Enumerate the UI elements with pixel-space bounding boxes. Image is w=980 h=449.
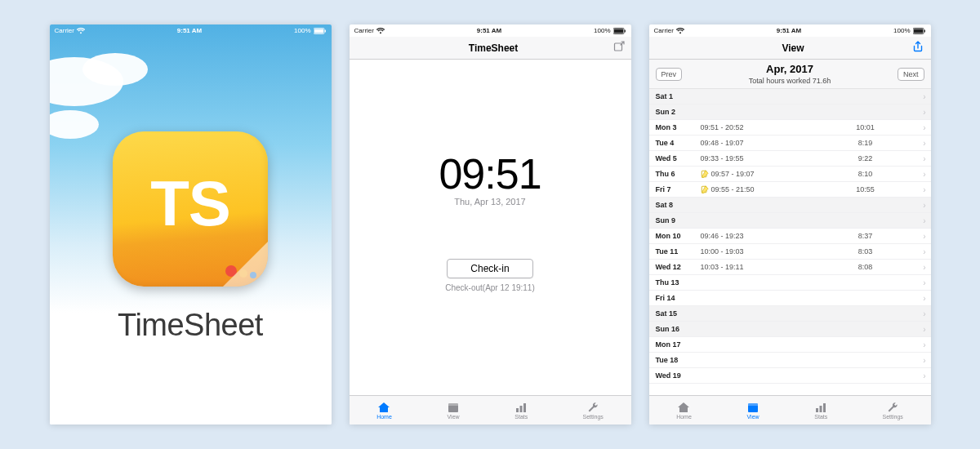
entry-row[interactable]: Sun 16› (649, 322, 931, 337)
chevron-right-icon: › (923, 232, 925, 241)
svg-rect-8 (448, 403, 458, 406)
entry-row[interactable]: Sat 15› (649, 306, 931, 322)
tab-label: Home (676, 414, 692, 420)
chevron-right-icon: › (923, 371, 925, 380)
battery-label: 100% (893, 27, 910, 34)
home-icon (677, 402, 690, 413)
entry-times: 10:03 - 19:11 (701, 263, 807, 271)
share-icon[interactable] (912, 41, 924, 55)
compose-icon[interactable] (613, 41, 625, 55)
prev-month-button[interactable]: Prev (656, 68, 683, 81)
status-bar: Carrier 9:51 AM 100% (649, 24, 931, 37)
calendar-icon (746, 402, 760, 413)
chevron-right-icon: › (923, 263, 925, 272)
entry-day: Sat 1 (656, 92, 701, 100)
calendar-icon (447, 402, 460, 413)
tab-view[interactable]: View (746, 402, 760, 420)
tab-view[interactable]: View (447, 402, 460, 420)
entry-row[interactable]: Fri 14› (649, 291, 931, 306)
entry-row[interactable]: Tue 1110:00 - 19:038:03› (649, 244, 931, 260)
app-icon-letters: TS (150, 167, 230, 241)
entry-row[interactable]: Sat 1› (649, 89, 931, 104)
tab-home[interactable]: Home (376, 402, 392, 420)
entry-day: Mon 3 (656, 123, 701, 131)
entry-row[interactable]: Mon 309:51 - 20:5210:01› (649, 120, 931, 136)
carrier-label: Carrier (354, 27, 374, 34)
entry-row[interactable]: Fri 709:55 - 21:5010:55› (649, 182, 931, 198)
tab-stats[interactable]: Stats (514, 402, 528, 420)
entry-row[interactable]: Sat 8› (649, 198, 931, 213)
app-icon: TS (113, 131, 268, 287)
app-name-label: TimeSheet (118, 308, 263, 343)
chart-icon (814, 402, 827, 413)
battery-icon (613, 28, 626, 34)
next-month-button[interactable]: Next (898, 68, 924, 81)
splash-background: TS TimeSheet (50, 24, 332, 425)
entry-times: 09:51 - 20:52 (701, 123, 807, 131)
nav-title: View (782, 42, 804, 54)
entry-row[interactable]: Tue 409:48 - 19:078:19› (649, 136, 931, 151)
tab-label: Settings (883, 414, 903, 420)
entry-duration: 9:22 (807, 154, 924, 162)
total-hours-label: Total hours worked 71.6h (749, 77, 831, 85)
entry-row[interactable]: Thu 13› (649, 275, 931, 291)
entry-row[interactable]: Mon 1009:46 - 19:238:37› (649, 229, 931, 244)
cloud-decoration (50, 110, 99, 139)
carrier-label: Carrier (55, 27, 74, 34)
tab-label: Settings (583, 414, 604, 420)
tab-settings[interactable]: Settings (883, 402, 903, 420)
status-time: 9:51 AM (477, 27, 501, 34)
entry-day: Sun 16 (656, 325, 701, 333)
entry-row[interactable]: Tue 18› (649, 353, 931, 368)
month-header: Prev Apr, 2017 Total hours worked 71.6h … (649, 60, 931, 89)
entry-row[interactable]: Sun 2› (649, 104, 931, 120)
svg-rect-4 (614, 29, 623, 33)
entry-day: Wed 12 (656, 263, 701, 271)
clock-date: Thu, Apr 13, 2017 (454, 197, 525, 207)
chevron-right-icon: › (923, 154, 925, 163)
svg-rect-10 (520, 406, 523, 412)
entry-duration: 8:37 (807, 232, 924, 240)
wifi-icon (376, 28, 385, 34)
battery-icon (913, 28, 926, 34)
chevron-right-icon: › (923, 278, 925, 287)
clock-time: 09:51 (439, 149, 541, 198)
nav-left-spacer (656, 42, 674, 54)
chevron-right-icon: › (923, 123, 925, 132)
svg-rect-13 (914, 29, 923, 33)
chevron-right-icon: › (923, 247, 925, 256)
entry-row[interactable]: Mon 17› (649, 337, 931, 353)
entry-row[interactable]: Thu 609:57 - 19:078:10› (649, 167, 931, 182)
entry-day: Fri 7 (656, 185, 701, 193)
svg-rect-20 (820, 406, 822, 412)
checkin-button[interactable]: Check-in (447, 259, 532, 278)
svg-rect-11 (523, 403, 526, 412)
entry-row[interactable]: Wed 1210:03 - 19:118:08› (649, 260, 931, 275)
svg-rect-18 (748, 403, 758, 406)
entry-times: 09:33 - 19:55 (701, 154, 807, 162)
entry-row[interactable]: Wed 19› (649, 368, 931, 384)
chevron-right-icon: › (923, 108, 925, 117)
svg-rect-14 (924, 29, 924, 32)
tab-stats[interactable]: Stats (814, 402, 827, 420)
nav-bar: TimeSheet (350, 37, 631, 60)
tab-settings[interactable]: Settings (583, 402, 604, 420)
month-label: Apr, 2017 (766, 63, 813, 75)
entry-day: Mon 10 (656, 232, 701, 240)
entry-row[interactable]: Sun 9› (649, 213, 931, 229)
tab-home[interactable]: Home (676, 402, 692, 420)
chevron-right-icon: › (923, 216, 925, 225)
entry-day: Fri 14 (656, 294, 701, 302)
entry-row[interactable]: Wed 509:33 - 19:559:22› (649, 151, 931, 167)
cloud-decoration (82, 53, 148, 86)
tab-label: View (448, 414, 460, 420)
svg-rect-5 (624, 29, 625, 32)
chart-icon (514, 402, 528, 413)
entry-day: Thu 13 (656, 278, 701, 287)
svg-rect-21 (823, 403, 826, 412)
nav-bar: View (649, 37, 931, 60)
chevron-right-icon: › (923, 92, 925, 101)
entry-day: Sun 9 (656, 216, 701, 224)
entry-times: 09:55 - 21:50 (701, 185, 807, 193)
wifi-icon (77, 28, 85, 34)
